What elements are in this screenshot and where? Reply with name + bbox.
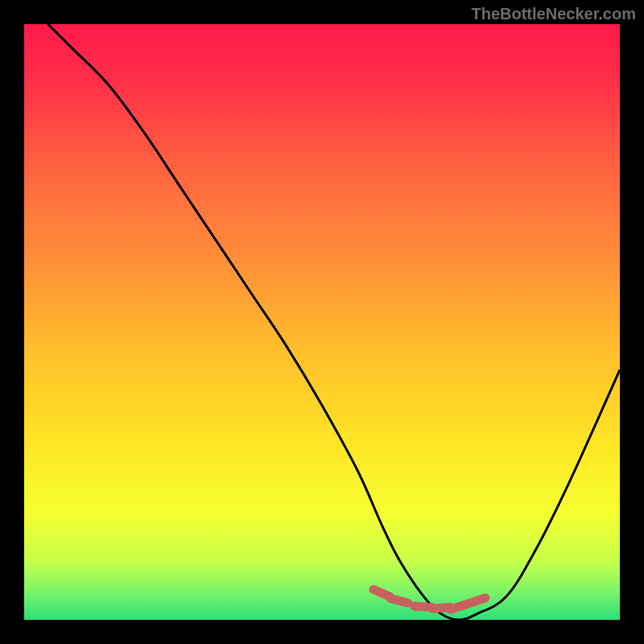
attribution-label: TheBottleNecker.com [471, 5, 636, 23]
gradient-background [24, 24, 620, 620]
optimal-range-marker [391, 599, 408, 603]
chart-container: TheBottleNecker.com [0, 0, 644, 644]
chart-svg [24, 24, 620, 620]
optimal-range-marker [469, 598, 485, 604]
plot-area [24, 24, 620, 620]
